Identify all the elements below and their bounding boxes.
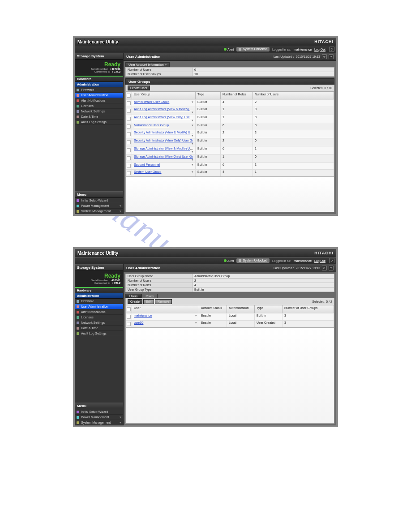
row-menu-icon[interactable]: ▾ — [192, 100, 193, 104]
row-menu-icon[interactable]: ▾ — [192, 170, 193, 174]
tab-roles[interactable]: Roles — [141, 294, 158, 298]
row-menu-icon[interactable]: ▾ — [192, 111, 193, 114]
row-menu-icon[interactable]: ▾ — [192, 124, 193, 127]
table-row[interactable]: Storage Administrator (View Only) User G… — [126, 154, 334, 162]
row-menu-icon[interactable]: ▾ — [192, 158, 193, 162]
help-button[interactable]: ? — [329, 47, 334, 52]
col-num-groups[interactable]: Number of User Groups — [283, 305, 334, 313]
help-button-content[interactable]: ? — [329, 54, 334, 59]
user-link[interactable]: user00 — [134, 321, 143, 324]
sidebar-item-power-management[interactable]: Power Management▾ — [75, 203, 123, 209]
select-all-checkbox[interactable] — [127, 307, 131, 311]
col-account-status[interactable]: Account Status — [199, 305, 227, 313]
row-checkbox[interactable] — [127, 101, 131, 105]
col-user[interactable]: User — [132, 305, 199, 313]
row-menu-icon[interactable]: ▾ — [192, 163, 193, 167]
select-all-checkbox[interactable] — [127, 94, 131, 98]
logout-link[interactable]: Log Out — [314, 48, 325, 51]
sidebar-item-alert-notifications[interactable]: Alert Notifications — [75, 98, 123, 103]
user-account-info-tab[interactable]: User Account Information▾ — [125, 62, 170, 67]
refresh-button[interactable]: ⟳ — [322, 266, 327, 270]
user-group-link[interactable]: Maintenance User Group — [134, 124, 169, 127]
sidebar-item-alert-notifications[interactable]: Alert Notifications — [75, 309, 123, 315]
sidebar-item-power-management[interactable]: Power Management▾ — [75, 415, 123, 420]
alert-indicator[interactable]: Alert — [224, 48, 234, 51]
sidebar-item-firmware[interactable]: Firmware — [75, 87, 123, 93]
user-group-link[interactable]: Audit Log Administrator (View & Modify) … — [134, 107, 194, 111]
row-checkbox[interactable] — [127, 117, 131, 121]
row-menu-icon[interactable]: ▾ — [195, 321, 197, 325]
col-authentication[interactable]: Authentication — [227, 305, 255, 313]
row-checkbox[interactable] — [127, 132, 131, 136]
tab-users[interactable]: Users — [125, 294, 141, 298]
sidebar-item-audit-log-settings[interactable]: Audit Log Settings — [75, 120, 123, 125]
sidebar-item-licenses[interactable]: Licenses — [75, 315, 123, 320]
logout-link[interactable]: Log Out — [314, 259, 325, 262]
edit-button[interactable]: Edit — [143, 299, 154, 304]
table-row[interactable]: Storage Administrator (View & Modify) Us… — [126, 146, 334, 154]
user-group-link[interactable]: Security Administrator (View Only) User … — [134, 139, 193, 142]
create-button[interactable]: Create — [128, 299, 142, 304]
remove-button[interactable]: Remove — [155, 299, 172, 304]
sidebar-item-system-management[interactable]: System Management▾ — [75, 420, 123, 425]
user-link[interactable]: maintenance — [134, 314, 152, 317]
sidebar-item-network-settings[interactable]: Network Settings — [75, 109, 123, 114]
user-group-link[interactable]: Storage Administrator (View Only) User G… — [134, 155, 193, 158]
table-row[interactable]: Audit Log Administrator (View & Modify) … — [126, 107, 334, 115]
row-checkbox[interactable] — [127, 140, 131, 144]
refresh-button[interactable]: ⟳ — [322, 54, 327, 59]
table-row[interactable]: Security Administrator (View Only) User … — [126, 138, 334, 146]
row-checkbox[interactable] — [127, 164, 131, 168]
row-checkbox[interactable] — [127, 156, 131, 160]
row-checkbox[interactable] — [127, 109, 131, 113]
table-row[interactable]: Support Personnel▾Built-in63 — [126, 162, 334, 169]
alert-indicator[interactable]: Alert — [224, 259, 234, 262]
sidebar-item-system-management[interactable]: System Management▾ — [75, 209, 123, 214]
sidebar-item-network-settings[interactable]: Network Settings — [75, 320, 123, 326]
row-checkbox[interactable] — [127, 148, 131, 152]
sidebar-item-user-administration[interactable]: User Administration — [75, 93, 123, 98]
user-group-link[interactable]: Security Administrator (View & Modify) U… — [134, 131, 195, 134]
sidebar-item-initial-setup-wizard[interactable]: Initial Setup Wizard — [75, 409, 123, 415]
administration-header[interactable]: Administration — [75, 293, 123, 299]
table-row[interactable]: Audit Log Administrator (View Only) User… — [126, 115, 334, 123]
col-user-group[interactable]: User Group — [132, 92, 196, 99]
col-type[interactable]: Type — [255, 305, 283, 313]
administration-header[interactable]: Administration — [75, 82, 123, 87]
user-group-link[interactable]: System User Group — [134, 170, 161, 173]
user-group-link[interactable]: Support Personnel — [134, 163, 160, 166]
row-checkbox[interactable] — [127, 315, 131, 319]
row-menu-icon[interactable]: ▾ — [192, 134, 193, 137]
sidebar-item-user-administration[interactable]: User Administration — [75, 304, 123, 309]
sidebar-item-licenses[interactable]: Licenses — [75, 103, 123, 109]
row-checkbox[interactable] — [127, 124, 131, 129]
row-menu-icon[interactable]: ▾ — [192, 142, 193, 146]
col-users[interactable]: Number of Users — [253, 92, 334, 99]
col-type[interactable]: Type — [196, 92, 221, 99]
row-checkbox[interactable] — [127, 171, 131, 175]
sidebar-item-audit-log-settings[interactable]: Audit Log Settings — [75, 331, 123, 336]
row-checkbox[interactable] — [127, 322, 131, 326]
table-row[interactable]: Maintenance User Group▾Built-in60 — [126, 123, 334, 130]
sidebar-item-firmware[interactable]: Firmware — [75, 299, 123, 304]
table-row[interactable]: System User Group▾Built-in41 — [126, 169, 334, 176]
row-menu-icon[interactable]: ▾ — [192, 119, 193, 122]
table-row[interactable]: maintenance▾EnableLocalBuilt-in3 — [126, 313, 334, 320]
sidebar-item-initial-setup-wizard[interactable]: Initial Setup Wizard — [75, 198, 123, 203]
sidebar-item-date-time[interactable]: Date & Time — [75, 114, 123, 120]
table-row[interactable]: Security Administrator (View & Modify) U… — [126, 130, 334, 138]
sidebar-item-date-time[interactable]: Date & Time — [75, 326, 123, 331]
table-row[interactable]: user00▾EnableLocalUser-Created3 — [126, 320, 334, 327]
row-menu-icon[interactable]: ▾ — [192, 150, 193, 154]
row-menu-icon[interactable]: ▾ — [195, 314, 197, 317]
table-row[interactable]: Administrator User Group▾Built-in42 — [126, 99, 334, 107]
hardware-header[interactable]: Hardware — [75, 77, 123, 82]
user-group-link[interactable]: Administrator User Group — [134, 100, 169, 103]
help-button[interactable]: ? — [329, 258, 334, 263]
create-user-button[interactable]: Create User — [128, 86, 150, 90]
hardware-header[interactable]: Hardware — [75, 288, 123, 293]
user-group-link[interactable]: Storage Administrator (View & Modify) Us… — [134, 147, 194, 150]
help-button-content[interactable]: ? — [329, 266, 334, 270]
col-roles[interactable]: Number of Roles — [221, 92, 253, 99]
user-group-link[interactable]: Audit Log Administrator (View Only) User… — [134, 116, 194, 119]
